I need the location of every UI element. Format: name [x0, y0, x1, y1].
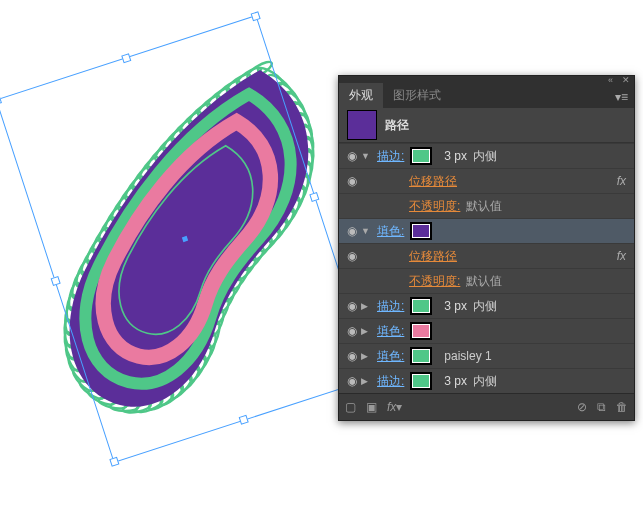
effect-badge-icon: fx — [617, 174, 626, 188]
selection-center[interactable] — [182, 236, 188, 242]
opacity-value[interactable]: 默认值 — [466, 273, 502, 290]
color-swatch[interactable] — [410, 222, 432, 240]
object-thumbnail — [347, 110, 377, 140]
color-swatch[interactable] — [410, 297, 432, 315]
opacity-value[interactable]: 默认值 — [466, 198, 502, 215]
expand-toggle-icon[interactable]: ▶ — [361, 326, 373, 336]
duplicate-item-icon[interactable]: ⧉ — [597, 400, 606, 414]
effect-badge-icon: fx — [617, 249, 626, 263]
stroke-side[interactable]: 内侧 — [473, 373, 497, 390]
selection-handle[interactable] — [51, 276, 61, 286]
effect-offset-path[interactable]: 位移路径 — [409, 173, 457, 190]
expand-toggle-icon[interactable]: ▼ — [361, 151, 373, 161]
visibility-toggle-icon: ◉ — [343, 274, 361, 288]
appearance-rows: ◉▼描边:3 px内侧◉位移路径fx◉不透明度:默认值◉▼填色:◉位移路径fx◉… — [339, 143, 634, 393]
new-fill-icon[interactable]: ▣ — [366, 400, 377, 414]
color-swatch[interactable] — [410, 322, 432, 340]
visibility-toggle-icon[interactable]: ◉ — [343, 374, 361, 388]
color-swatch[interactable] — [410, 147, 432, 165]
expand-toggle-icon[interactable]: ▼ — [361, 226, 373, 236]
visibility-toggle-icon[interactable]: ◉ — [343, 174, 361, 188]
stroke-size[interactable]: 3 px — [444, 374, 467, 388]
stroke-size[interactable]: 3 px — [444, 299, 467, 313]
selection-handle[interactable] — [0, 95, 2, 105]
appearance-row[interactable]: ◉位移路径fx — [339, 168, 634, 193]
attribute-label[interactable]: 描边: — [377, 148, 404, 165]
panel-collapse-icon[interactable]: « — [608, 76, 616, 84]
object-header: 路径 — [339, 108, 634, 143]
appearance-row[interactable]: ◉▼描边:3 px内侧 — [339, 143, 634, 168]
visibility-toggle-icon[interactable]: ◉ — [343, 249, 361, 263]
stroke-side[interactable]: 内侧 — [473, 298, 497, 315]
appearance-row[interactable]: ◉▶填色:paisley 1 — [339, 343, 634, 368]
panel-statusbar: ▢ ▣ fx▾ ⊘ ⧉ 🗑 — [339, 393, 634, 420]
visibility-toggle-icon[interactable]: ◉ — [343, 149, 361, 163]
tab-appearance[interactable]: 外观 — [339, 83, 383, 108]
appearance-row[interactable]: ◉不透明度:默认值 — [339, 268, 634, 293]
attribute-label[interactable]: 填色: — [377, 223, 404, 240]
visibility-toggle-icon: ◉ — [343, 199, 361, 213]
visibility-toggle-icon[interactable]: ◉ — [343, 349, 361, 363]
appearance-row[interactable]: ◉不透明度:默认值 — [339, 193, 634, 218]
color-swatch[interactable] — [410, 372, 432, 390]
panel-close-icon[interactable]: ✕ — [622, 76, 630, 84]
attribute-label[interactable]: 描边: — [377, 373, 404, 390]
new-stroke-icon[interactable]: ▢ — [345, 400, 356, 414]
stroke-side[interactable]: 内侧 — [473, 148, 497, 165]
appearance-row[interactable]: ◉▶描边:3 px内侧 — [339, 368, 634, 393]
appearance-panel: « ✕ 外观 图形样式 ▾≡ 路径 ◉▼描边:3 px内侧◉位移路径fx◉不透明… — [338, 75, 635, 421]
tab-graphic-styles[interactable]: 图形样式 — [383, 83, 451, 108]
panel-tabs: 外观 图形样式 ▾≡ — [339, 84, 634, 108]
add-effect-icon[interactable]: fx▾ — [387, 400, 402, 414]
opacity-label[interactable]: 不透明度: — [409, 198, 460, 215]
object-title: 路径 — [385, 117, 409, 134]
attribute-label[interactable]: 填色: — [377, 323, 404, 340]
color-swatch[interactable] — [410, 347, 432, 365]
attribute-label[interactable]: 描边: — [377, 298, 404, 315]
attribute-label[interactable]: 填色: — [377, 348, 404, 365]
expand-toggle-icon[interactable]: ▶ — [361, 376, 373, 386]
expand-toggle-icon[interactable]: ▶ — [361, 351, 373, 361]
pattern-name[interactable]: paisley 1 — [444, 349, 491, 363]
panel-menu-icon[interactable]: ▾≡ — [609, 86, 634, 108]
delete-item-icon[interactable]: 🗑 — [616, 400, 628, 414]
opacity-label[interactable]: 不透明度: — [409, 273, 460, 290]
visibility-toggle-icon[interactable]: ◉ — [343, 324, 361, 338]
appearance-row[interactable]: ◉▶描边:3 px内侧 — [339, 293, 634, 318]
visibility-toggle-icon[interactable]: ◉ — [343, 224, 361, 238]
appearance-row[interactable]: ◉▼填色: — [339, 218, 634, 243]
appearance-row[interactable]: ◉▶填色: — [339, 318, 634, 343]
effect-offset-path[interactable]: 位移路径 — [409, 248, 457, 265]
stroke-size[interactable]: 3 px — [444, 149, 467, 163]
clear-appearance-icon[interactable]: ⊘ — [577, 400, 587, 414]
expand-toggle-icon[interactable]: ▶ — [361, 301, 373, 311]
visibility-toggle-icon[interactable]: ◉ — [343, 299, 361, 313]
appearance-row[interactable]: ◉位移路径fx — [339, 243, 634, 268]
